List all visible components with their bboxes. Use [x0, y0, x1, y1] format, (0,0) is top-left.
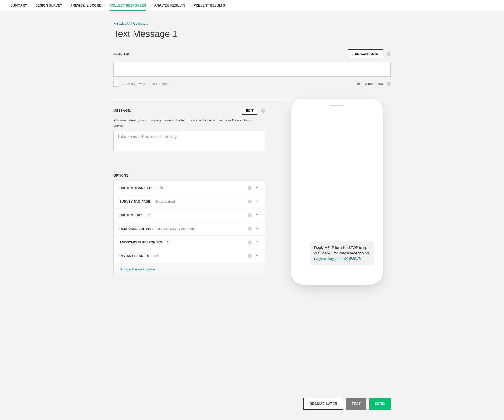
chevron-down-icon — [255, 186, 259, 190]
chevron-right-icon: › — [105, 4, 106, 7]
message-textarea[interactable] — [113, 131, 265, 151]
chevron-down-icon — [255, 254, 259, 258]
nav-tab-summary[interactable]: SUMMARY — [10, 0, 27, 11]
save-group-label: Save as new group in Contacts — [122, 82, 169, 86]
option-label: RESPONSE EDITING: — [119, 227, 153, 231]
nav-tab-analyze-results[interactable]: ANALYZE RESULTS — [154, 0, 185, 11]
message-phone-row: MESSAGE: EDIT ? You must identify your c… — [113, 107, 391, 285]
message-section: MESSAGE: EDIT ? You must identify your c… — [113, 107, 265, 276]
help-icon[interactable]: ? — [387, 52, 391, 56]
sms-preview-bubble: Reply HELP for info. STOP to opt out. Ms… — [310, 241, 374, 265]
option-label: SURVEY END PAGE: — [119, 200, 152, 203]
option-survey-end-page[interactable]: SURVEY END PAGE: On, standard ? — [114, 195, 265, 208]
option-label: ANONYMOUS RESPONSES: — [119, 241, 163, 244]
message-help-text: You must identify your company name in t… — [113, 118, 262, 128]
option-value: Off — [158, 186, 248, 190]
chevron-right-icon: › — [31, 4, 32, 7]
help-icon[interactable]: ? — [248, 227, 252, 231]
chevron-right-icon: › — [189, 4, 190, 7]
help-icon[interactable]: ? — [261, 109, 265, 113]
page-content: « Back to All Collectors Text Message 1 … — [113, 11, 391, 321]
option-anonymous-responses[interactable]: ANONYMOUS RESPONSES: Off ? — [114, 236, 265, 249]
phone-screen: Reply HELP for info. STOP to opt out. Ms… — [294, 110, 380, 281]
nav-tab-present-results[interactable]: PRESENT RESULTS — [194, 0, 225, 11]
top-nav: SUMMARY › DESIGN SURVEY › PREVIEW & SCOR… — [0, 0, 504, 11]
options-label: OPTIONS: — [113, 174, 265, 177]
edit-message-button[interactable]: EDIT — [242, 107, 257, 115]
chevron-right-icon: › — [150, 4, 151, 7]
text-balance-label: Text balance: 490 — [356, 82, 383, 86]
option-value: On, until survey complete — [157, 227, 248, 231]
help-icon[interactable]: ? — [248, 200, 252, 203]
option-label: CUSTOM THANK YOU: — [119, 186, 155, 190]
option-label: INSTANT RESULTS: — [119, 254, 150, 258]
send-to-input[interactable] — [113, 62, 391, 77]
send-to-header: SEND TO: ADD CONTACTS ? — [113, 49, 391, 58]
option-value: Off — [146, 213, 248, 217]
nav-tab-preview-score[interactable]: PREVIEW & SCORE — [70, 0, 101, 11]
option-response-editing[interactable]: RESPONSE EDITING: On, until survey compl… — [114, 222, 265, 236]
send-to-label: SEND TO: — [113, 52, 129, 56]
page-title: Text Message 1 — [113, 29, 391, 39]
save-group-row: Save as new group in Contacts Text balan… — [113, 81, 391, 87]
chevron-down-icon — [255, 199, 259, 204]
chevron-down-icon — [255, 213, 259, 217]
message-label: MESSAGE: — [113, 109, 131, 112]
show-advanced-link[interactable]: Show advanced options — [119, 267, 156, 271]
save-group-checkbox[interactable] — [113, 81, 119, 87]
help-icon[interactable]: ? — [248, 186, 252, 190]
nav-tab-collect-responses[interactable]: COLLECT RESPONSES — [110, 0, 146, 11]
add-contacts-button[interactable]: ADD CONTACTS — [348, 49, 383, 58]
help-icon[interactable]: ? — [248, 240, 252, 244]
options-list: CUSTOM THANK YOU: Off ? SURVEY END PAGE:… — [113, 181, 265, 276]
option-value: Off — [167, 240, 248, 244]
option-custom-thank-you[interactable]: CUSTOM THANK YOU: Off ? — [114, 181, 265, 195]
message-header: MESSAGE: EDIT ? — [113, 107, 265, 115]
phone-preview: Reply HELP for info. STOP to opt out. Ms… — [291, 99, 383, 285]
option-value: Off — [154, 254, 248, 258]
help-icon[interactable]: ? — [387, 82, 391, 86]
chevron-down-icon — [255, 226, 259, 231]
option-instant-results[interactable]: INSTANT RESULTS: Off ? — [114, 249, 265, 263]
help-icon[interactable]: ? — [248, 213, 252, 217]
chevron-down-icon — [255, 240, 259, 245]
phone-speaker-icon — [330, 105, 344, 106]
sms-preview-text: Reply HELP for info. STOP to opt out. Ms… — [314, 246, 368, 255]
nav-tab-design-survey[interactable]: DESIGN SURVEY — [35, 0, 62, 11]
chevron-right-icon: › — [66, 4, 67, 7]
help-icon[interactable]: ? — [248, 254, 252, 258]
phone-frame: Reply HELP for info. STOP to opt out. Ms… — [291, 99, 383, 285]
option-label: CUSTOM URL: — [119, 213, 142, 217]
back-to-collectors-link[interactable]: « Back to All Collectors — [113, 21, 148, 25]
show-advanced-row[interactable]: Show advanced options — [114, 263, 265, 276]
option-custom-url[interactable]: CUSTOM URL: Off ? — [114, 208, 265, 222]
option-value: On, standard — [155, 200, 248, 203]
